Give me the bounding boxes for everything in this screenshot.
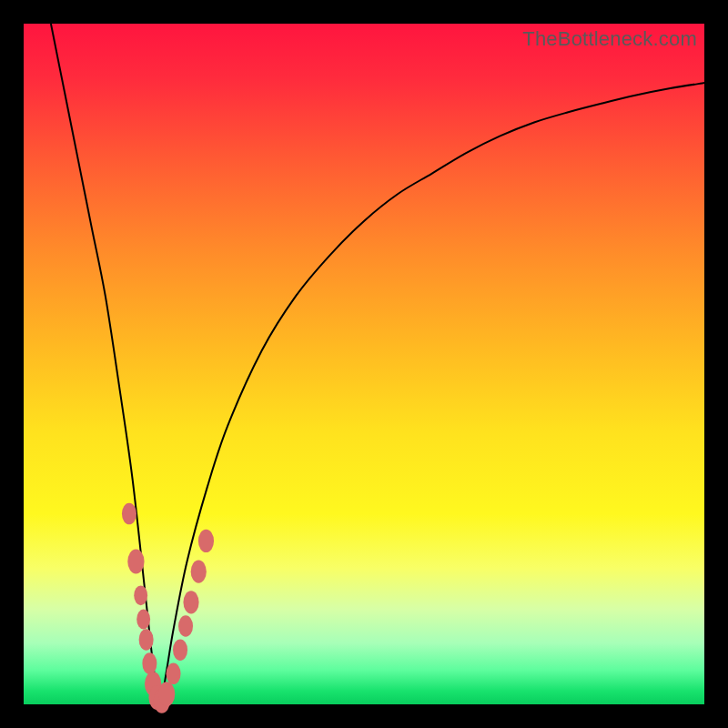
- bead-point: [136, 610, 150, 630]
- bottleneck-curve: [51, 24, 704, 704]
- bead-point: [127, 549, 144, 573]
- bead-point: [158, 682, 175, 706]
- bead-point: [122, 503, 136, 525]
- bead-point: [167, 663, 181, 685]
- chart-overlay: [24, 24, 704, 704]
- bead-point: [142, 652, 157, 674]
- chart-frame: TheBottleneck.com: [0, 0, 728, 728]
- bead-point: [191, 561, 207, 583]
- plot-area: TheBottleneck.com: [24, 24, 704, 704]
- bead-point: [178, 615, 193, 637]
- bead-point: [173, 639, 187, 661]
- bead-cluster: [122, 503, 214, 713]
- bead-point: [139, 629, 154, 651]
- bead-point: [198, 530, 214, 552]
- bead-point: [134, 585, 147, 605]
- bead-point: [183, 591, 198, 613]
